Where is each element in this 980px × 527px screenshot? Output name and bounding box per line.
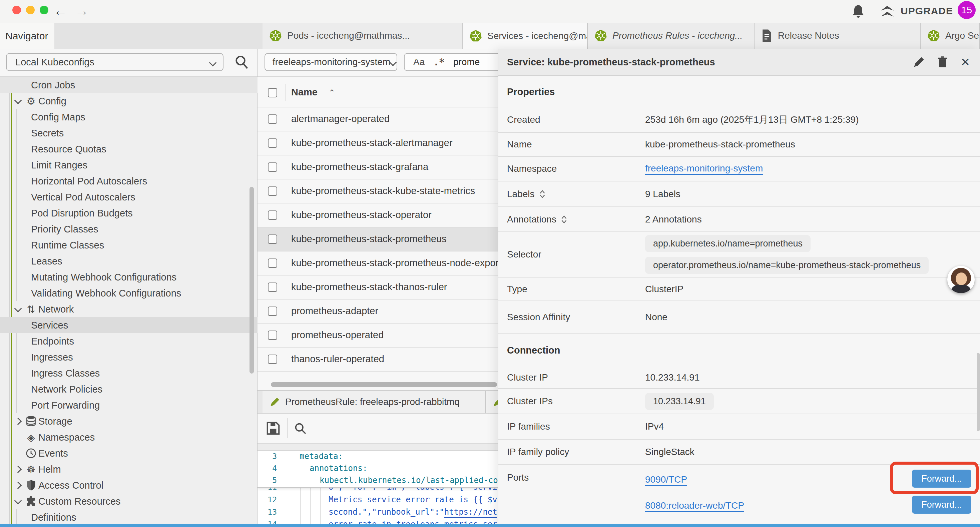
port-link[interactable]: 9090/TCP	[645, 474, 687, 486]
select-all-checkbox[interactable]	[268, 88, 277, 97]
sidebar-item-services[interactable]: Services	[0, 317, 258, 333]
tab-pods-icecheng-mathmas[interactable]: Pods - icecheng@mathmas...	[262, 23, 463, 49]
sidebar-item-helm[interactable]: ☸Helm	[0, 461, 258, 477]
table-row[interactable]: kube-prometheus-stack-alertmanager	[258, 131, 498, 155]
sidebar-item-access-control[interactable]: Access Control	[0, 477, 258, 493]
sidebar-item-vertical-pod-autoscalers[interactable]: Vertical Pod Autoscalers	[0, 189, 258, 205]
chevron-down-icon[interactable]	[15, 99, 25, 103]
row-checkbox[interactable]	[268, 234, 277, 244]
column-header-name[interactable]: Name	[291, 87, 318, 98]
table-row[interactable]: kube-prometheus-stack-prometheus-node-ex…	[258, 252, 498, 275]
table-row[interactable]: kube-prometheus-stack-operator	[258, 204, 498, 228]
sidebar-item-network[interactable]: ⇅Network	[0, 301, 258, 317]
sidebar-item-secrets[interactable]: Secrets	[0, 125, 258, 141]
sidebar-item-ingresses[interactable]: Ingresses	[0, 349, 258, 365]
table-row[interactable]: thanos-ruler-operated	[258, 347, 498, 372]
close-icon[interactable]: ✕	[961, 56, 970, 69]
chevron-right-icon[interactable]	[15, 482, 25, 488]
chevron-right-icon[interactable]	[15, 466, 25, 472]
trash-icon[interactable]	[937, 56, 948, 68]
row-checkbox[interactable]	[268, 162, 277, 172]
namespace-link[interactable]: freeleaps-monitoring-system	[645, 163, 763, 175]
sidebar-item-limit-ranges[interactable]: Limit Ranges	[0, 157, 258, 173]
table-row[interactable]: prometheus-operated	[258, 323, 498, 347]
port-link[interactable]: 8080:reloader-web/TCP	[645, 500, 744, 512]
sidebar-item-resource-quotas[interactable]: Resource Quotas	[0, 141, 258, 157]
sidebar-item-cron-jobs[interactable]: Cron Jobs	[0, 77, 258, 93]
expand-rows-icon[interactable]	[561, 215, 567, 224]
sidebar-item-definitions[interactable]: Definitions	[0, 509, 258, 525]
notification-count-badge[interactable]: 15	[958, 1, 976, 19]
line-number: 11	[258, 488, 277, 491]
back-icon[interactable]: ←	[53, 3, 67, 19]
sidebar-item-pod-disruption-budgets[interactable]: Pod Disruption Budgets	[0, 205, 258, 221]
tab-release-notes[interactable]: Release Notes	[754, 23, 921, 49]
row-checkbox[interactable]	[268, 139, 277, 148]
horizontal-scrollbar[interactable]	[271, 382, 497, 387]
sidebar-item-network-policies[interactable]: Network Policies	[0, 381, 258, 397]
upgrade-icon[interactable]	[879, 5, 895, 19]
sidebar-item-validating-webhook-configurations[interactable]: Validating Webhook Configurations	[0, 285, 258, 301]
sidebar-item-runtime-classes[interactable]: Runtime Classes	[0, 237, 258, 253]
zoom-window-button[interactable]	[40, 6, 48, 14]
row-checkbox[interactable]	[268, 331, 277, 340]
sidebar-item-horizontal-pod-autoscalers[interactable]: Horizontal Pod Autoscalers	[0, 173, 258, 189]
row-checkbox[interactable]	[268, 186, 277, 196]
sidebar-scrollbar[interactable]	[250, 187, 254, 374]
editor-tab-partial[interactable]	[486, 391, 498, 413]
minimize-window-button[interactable]	[26, 6, 35, 14]
row-checkbox[interactable]	[268, 210, 277, 220]
sidebar-item-storage[interactable]: Storage	[0, 413, 258, 429]
forward-port-button-8080[interactable]: Forward...	[912, 496, 971, 514]
search-icon[interactable]	[234, 54, 249, 70]
tab-prometheus-rules-icecheng[interactable]: Prometheus Rules - icecheng...	[588, 23, 754, 49]
row-checkbox[interactable]	[268, 258, 277, 268]
table-row[interactable]: prometheus-adapter	[258, 299, 498, 323]
chevron-right-icon[interactable]	[15, 419, 25, 424]
sort-ascending-icon[interactable]: ⌃	[329, 88, 335, 97]
namespace-selector[interactable]: freeleaps-monitoring-system	[264, 53, 397, 71]
sidebar-item-endpoints[interactable]: Endpoints	[0, 333, 258, 349]
editor-tab-prometheusrule[interactable]: PrometheusRule: freeleaps-prod-rabbitmq	[262, 391, 486, 413]
close-window-button[interactable]	[12, 6, 21, 14]
row-checkbox[interactable]	[268, 282, 277, 292]
row-checkbox[interactable]	[268, 115, 277, 124]
sidebar-item-namespaces[interactable]: ◈Namespaces	[0, 429, 258, 445]
table-row[interactable]: kube-prometheus-stack-kube-state-metrics	[258, 180, 498, 204]
yaml-editor[interactable]: 3metadata:4annotations:5kubectl.kubernet…	[258, 451, 498, 527]
navigator-panel-tab[interactable]: Navigator	[0, 23, 54, 49]
editor-tab-label: PrometheusRule: freeleaps-prod-rabbitmq	[285, 396, 460, 407]
editor-search-icon[interactable]	[294, 422, 307, 435]
filter-input[interactable]: Aa .* prome	[404, 53, 498, 71]
expand-rows-icon[interactable]	[539, 190, 546, 199]
forward-icon[interactable]: →	[75, 3, 89, 19]
table-row[interactable]: kube-prometheus-stack-thanos-ruler	[258, 275, 498, 299]
table-row[interactable]: alertmanager-operated	[258, 107, 498, 131]
kubeconfig-selector[interactable]: Local Kubeconfigs	[6, 53, 223, 71]
upgrade-button[interactable]: UPGRADE	[900, 5, 953, 17]
sidebar-item-port-forwarding[interactable]: Port Forwarding	[0, 397, 258, 413]
table-row[interactable]: kube-prometheus-stack-grafana	[258, 155, 498, 180]
chevron-down-icon[interactable]	[15, 499, 25, 503]
row-checkbox[interactable]	[268, 307, 277, 316]
regex-toggle[interactable]: .*	[433, 57, 445, 68]
sidebar-item-ingress-classes[interactable]: Ingress Classes	[0, 365, 258, 381]
drawer-scrollbar[interactable]	[977, 353, 980, 431]
sidebar-item-events[interactable]: Events	[0, 445, 258, 461]
sidebar-item-config[interactable]: ⚙Config	[0, 93, 258, 109]
sidebar-item-priority-classes[interactable]: Priority Classes	[0, 221, 258, 237]
tab-services-icecheng-math[interactable]: Services - icecheng@math...✕	[463, 23, 588, 49]
chevron-down-icon[interactable]	[15, 307, 25, 311]
save-icon[interactable]	[266, 421, 280, 436]
sidebar-item-config-maps[interactable]: Config Maps	[0, 109, 258, 125]
sidebar-item-leases[interactable]: Leases	[0, 253, 258, 269]
match-case-toggle[interactable]: Aa	[413, 57, 425, 67]
tab-argo-se[interactable]: Argo Se	[921, 23, 980, 49]
edit-pencil-icon[interactable]	[913, 56, 924, 68]
bell-icon[interactable]	[851, 4, 865, 19]
assistant-avatar[interactable]	[947, 266, 975, 293]
row-checkbox[interactable]	[268, 355, 277, 364]
table-row[interactable]: kube-prometheus-stack-prometheus	[258, 228, 498, 252]
sidebar-item-mutating-webhook-configurations[interactable]: Mutating Webhook Configurations	[0, 269, 258, 285]
sidebar-item-custom-resources[interactable]: Custom Resources	[0, 493, 258, 509]
